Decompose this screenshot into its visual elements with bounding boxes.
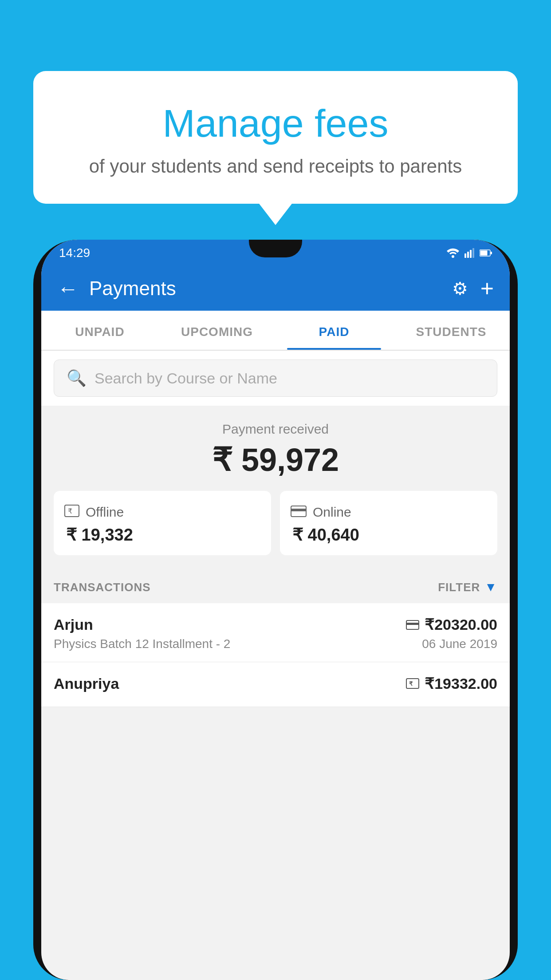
tab-unpaid[interactable]: UNPAID [41,311,158,350]
phone-screen: 14:29 [41,240,510,980]
offline-card: ₹ Offline ₹ 19,332 [54,491,271,555]
transaction-name: Anupriya [54,675,119,692]
online-icon [291,503,307,521]
offline-payment-icon: ₹ [406,678,419,689]
transaction-item[interactable]: Arjun ₹20320.00 Physics Batch 12 Install… [41,603,510,662]
transaction-list: Arjun ₹20320.00 Physics Batch 12 Install… [41,603,510,707]
wifi-icon [447,248,459,258]
back-button[interactable]: ← [57,277,79,301]
signal-icon [464,248,474,258]
payment-summary: Payment received ₹ 59,972 [41,406,510,491]
app-bar-title: Payments [89,277,441,300]
transaction-item[interactable]: Anupriya ₹ ₹19332.00 [41,662,510,707]
online-amount: ₹ 40,640 [291,525,487,545]
payment-total-amount: ₹ 59,972 [41,441,510,478]
app-bar: ← Payments ⚙ + [41,266,510,311]
filter-label: FILTER [438,581,480,594]
svg-rect-14 [406,679,419,688]
svg-rect-11 [291,509,306,511]
transaction-amount-value: ₹20320.00 [425,616,497,633]
search-container: 🔍 Search by Course or Name [41,351,510,406]
svg-rect-13 [406,623,419,625]
payment-cards: ₹ Offline ₹ 19,332 Online [41,491,510,568]
transaction-date: 06 June 2019 [422,637,497,651]
transaction-course: Physics Batch 12 Installment - 2 [54,637,230,651]
online-label: Online [313,505,351,520]
status-icons [447,248,492,258]
payment-type-icon: ₹ [406,675,419,692]
transaction-row-bottom: Physics Batch 12 Installment - 2 06 June… [54,637,497,651]
tab-upcoming[interactable]: UPCOMING [158,311,276,350]
settings-button[interactable]: ⚙ [452,278,468,299]
search-bar[interactable]: 🔍 Search by Course or Name [54,360,497,397]
transactions-header: TRANSACTIONS FILTER ▼ [41,568,510,603]
tooltip-card: Manage fees of your students and send re… [33,71,518,204]
online-card: Online ₹ 40,640 [280,491,497,555]
notch [249,240,302,257]
svg-text:₹: ₹ [409,680,413,687]
rupee-square-icon: ₹ [64,505,79,517]
payment-type-icon [406,616,419,633]
offline-card-header: ₹ Offline [64,503,260,521]
transaction-row-top: Arjun ₹20320.00 [54,616,497,633]
offline-icon: ₹ [64,503,79,521]
tooltip-subtitle: of your students and send receipts to pa… [60,156,491,177]
svg-point-0 [452,255,454,258]
offline-label: Offline [86,505,124,520]
add-button[interactable]: + [480,275,494,302]
svg-rect-4 [472,248,474,258]
phone-shell: 14:29 [33,240,518,980]
search-icon: 🔍 [67,369,87,387]
tabs: UNPAID UPCOMING PAID STUDENTS [41,311,510,351]
svg-rect-1 [464,253,466,258]
svg-rect-7 [480,251,488,256]
tab-students[interactable]: STUDENTS [393,311,510,350]
online-payment-icon [406,620,419,630]
transaction-name: Arjun [54,616,93,633]
svg-text:₹: ₹ [68,507,72,515]
status-bar: 14:29 [41,240,510,266]
search-placeholder: Search by Course or Name [94,370,277,387]
tooltip-title: Manage fees [60,102,491,145]
filter-icon: ▼ [484,580,497,594]
offline-amount: ₹ 19,332 [64,525,260,545]
svg-rect-6 [491,252,492,254]
svg-rect-3 [470,250,472,258]
battery-icon [480,249,492,257]
app-bar-actions: ⚙ + [452,275,494,302]
transaction-row-top: Anupriya ₹ ₹19332.00 [54,675,497,692]
tab-paid[interactable]: PAID [276,311,393,350]
transaction-amount-value: ₹19332.00 [425,675,497,692]
transaction-amount: ₹ ₹19332.00 [406,675,497,692]
filter-button[interactable]: FILTER ▼ [438,580,497,594]
credit-card-icon [291,506,307,517]
transactions-label: TRANSACTIONS [54,581,151,594]
svg-rect-2 [467,252,469,258]
online-card-header: Online [291,503,487,521]
status-time: 14:29 [59,246,90,260]
payment-received-label: Payment received [41,422,510,437]
transaction-amount: ₹20320.00 [406,616,497,633]
